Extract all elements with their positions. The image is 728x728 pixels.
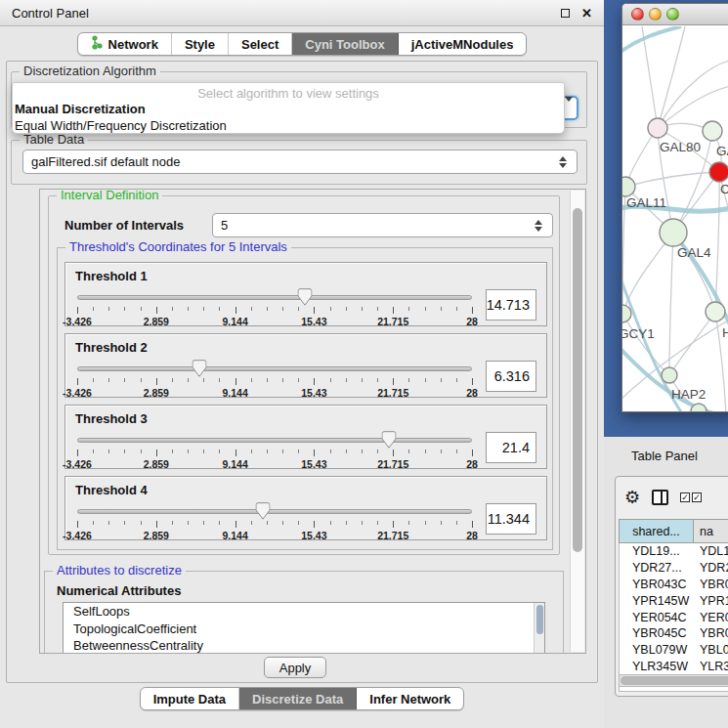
threshold-2-value-field[interactable]: 6.316	[486, 361, 536, 392]
table-cell[interactable]: YBR043C	[620, 578, 694, 591]
tab-cyni-toolbox[interactable]: Cyni Toolbox	[292, 33, 398, 55]
dropdown-option-equal-width[interactable]: Equal Width/Frequency Discretization	[13, 117, 564, 134]
threshold-4-slider[interactable]: -3.4262.8599.14415.4321.71528	[77, 504, 472, 539]
table-cell[interactable]: YBL0	[694, 643, 728, 657]
threshold-4-value-field[interactable]: 11.344	[486, 503, 536, 535]
threshold-2-slider[interactable]: -3.4262.8599.14415.4321.71528	[77, 362, 472, 397]
list-scrollbar[interactable]	[534, 603, 544, 654]
float-window-icon[interactable]	[561, 9, 570, 18]
checkbox-icon[interactable]: ✓	[692, 492, 702, 502]
column-header-1[interactable]: shared...	[619, 519, 693, 543]
table-row[interactable]: YDL19...YDL1	[620, 543, 728, 560]
slider-track[interactable]	[77, 366, 472, 371]
table-row[interactable]: YDR27...YDR2	[620, 560, 728, 577]
table-row[interactable]: YBR043CYBR0	[620, 577, 728, 593]
table-cell[interactable]: YPR145W	[620, 594, 694, 608]
table-row[interactable]: YBL079WYBL0	[620, 642, 728, 659]
interval-group-title: Interval Definition	[57, 189, 162, 202]
panel-scrollbar[interactable]	[570, 191, 584, 652]
network-node[interactable]	[660, 219, 687, 246]
tab-style[interactable]: Style	[172, 33, 229, 55]
combo-stepper-icon	[535, 220, 544, 232]
network-graph[interactable]: GAL80GACGAL11GAL4GCY1HHAP2	[622, 26, 728, 411]
network-node-label: GCY1	[622, 326, 655, 341]
apply-button[interactable]: Apply	[264, 657, 326, 678]
network-node[interactable]	[622, 177, 635, 196]
table-cell[interactable]: YDL19...	[620, 544, 694, 558]
network-canvas[interactable]: GAL80GACGAL11GAL4GCY1HHAP2	[622, 26, 728, 411]
network-edge	[642, 26, 658, 128]
slider-thumb[interactable]	[255, 502, 270, 520]
table-cell[interactable]: YPR1	[694, 594, 728, 608]
table-panel-title: Table Panel	[631, 449, 698, 463]
table-cell[interactable]: YBL079W	[620, 643, 694, 657]
close-icon[interactable]: ✕	[581, 7, 592, 20]
table-row[interactable]: YBR045CYBR0	[620, 625, 728, 642]
attribute-item-topologicalcoefficient[interactable]: TopologicalCoefficient	[64, 621, 544, 638]
slider-track[interactable]	[77, 295, 472, 300]
table-cell[interactable]: YDL1	[694, 544, 728, 558]
table-row[interactable]: YER054CYER0	[620, 609, 728, 625]
slider-thumb[interactable]	[382, 431, 397, 449]
table-cell[interactable]: YER0	[694, 611, 728, 624]
table-row[interactable]: YPR145WYPR1	[620, 592, 728, 609]
table-cell[interactable]: YLR345W	[620, 660, 694, 673]
threshold-1-slider[interactable]: -3.4262.8599.14415.4321.71528	[77, 290, 472, 325]
tab-select[interactable]: Select	[229, 33, 292, 55]
network-node-label: GAL80	[660, 140, 701, 154]
threshold-1-value-field[interactable]: 14.713	[486, 289, 536, 321]
table-cell[interactable]: YER054C	[620, 611, 694, 624]
network-node[interactable]	[709, 162, 728, 182]
network-node[interactable]	[706, 302, 725, 321]
num-intervals-value: 5	[221, 218, 228, 233]
numerical-attributes-list[interactable]: SelfLoopsTopologicalCoefficientBetweenne…	[63, 602, 545, 654]
bottom-tab-infer-network[interactable]: Infer Network	[357, 688, 463, 709]
network-node[interactable]	[703, 121, 722, 141]
network-node[interactable]	[662, 367, 677, 383]
num-intervals-combobox[interactable]: 5	[212, 213, 553, 237]
gear-icon[interactable]: ⚙	[624, 489, 640, 506]
node-table: shared...na YDL19...YDL1YDR27...YDR2YBR0…	[619, 519, 728, 693]
columns-icon[interactable]	[652, 490, 668, 505]
attribute-item-betweennesscentrality[interactable]: BetweennessCentrality	[64, 637, 544, 654]
slider-ticks	[77, 449, 472, 457]
network-node-label: GAL11	[626, 195, 666, 210]
close-traffic-light[interactable]	[631, 8, 644, 21]
table-cell[interactable]: YBR0	[694, 578, 728, 591]
tab-network[interactable]: Network	[78, 33, 172, 55]
bottom-tab-discretize-data[interactable]: Discretize Data	[239, 688, 357, 709]
dropdown-option-manual[interactable]: Manual Discretization	[13, 101, 564, 117]
slider-thumb[interactable]	[298, 288, 313, 306]
threshold-3-slider[interactable]: -3.4262.8599.14415.4321.71528	[77, 433, 472, 468]
slider-track[interactable]	[77, 438, 472, 443]
checkbox-icon[interactable]: ✓	[680, 492, 690, 502]
network-node[interactable]	[648, 118, 667, 138]
bottom-tab-bar: Impute DataDiscretize DataInfer Network	[140, 687, 465, 710]
slider-thumb[interactable]	[193, 360, 207, 377]
slider-track[interactable]	[77, 509, 472, 514]
table-cell[interactable]: YLR3	[694, 660, 728, 673]
algorithm-dropdown-popup: Select algorithm to view settings Manual…	[12, 82, 565, 134]
top-tab-bar: NetworkStyleSelectCyni ToolboxjActiveMNo…	[77, 32, 528, 56]
table-row[interactable]: YLR345WYLR3	[620, 659, 728, 675]
threshold-2-panel: Threshold 2 -3.4262.8599.14415.4321.7152…	[64, 333, 547, 398]
table-toolbar: ⚙ ✓ ✓	[616, 477, 728, 518]
zoom-traffic-light[interactable]	[666, 8, 679, 21]
select-columns-icons[interactable]: ✓ ✓	[680, 492, 702, 502]
minimize-traffic-light[interactable]	[649, 8, 662, 21]
table-cell[interactable]: YBR0	[694, 626, 728, 640]
column-header-2[interactable]: na	[693, 519, 728, 543]
bottom-tab-impute-data[interactable]: Impute Data	[141, 688, 239, 709]
horizontal-scrollbar[interactable]	[619, 674, 728, 687]
threshold-3-value-field[interactable]: 21.4	[486, 432, 536, 463]
table-data-combobox[interactable]: galFiltered.sif default node	[22, 150, 578, 174]
table-cell[interactable]: YBR045C	[620, 626, 694, 640]
network-window[interactable]: GAL80GACGAL11GAL4GCY1HHAP2	[621, 3, 728, 412]
table-cell[interactable]: YDR27...	[620, 561, 694, 575]
table-cell[interactable]: YDR2	[694, 561, 728, 575]
num-intervals-label: Number of Intervals	[64, 218, 184, 233]
table-rows: YDL19...YDL1YDR27...YDR2YBR043CYBR0YPR14…	[619, 543, 728, 692]
network-node-label: H	[722, 325, 728, 340]
attribute-item-selfloops[interactable]: SelfLoops	[64, 603, 544, 621]
tab-jactivemnodules[interactable]: jActiveMNodules	[399, 33, 527, 55]
